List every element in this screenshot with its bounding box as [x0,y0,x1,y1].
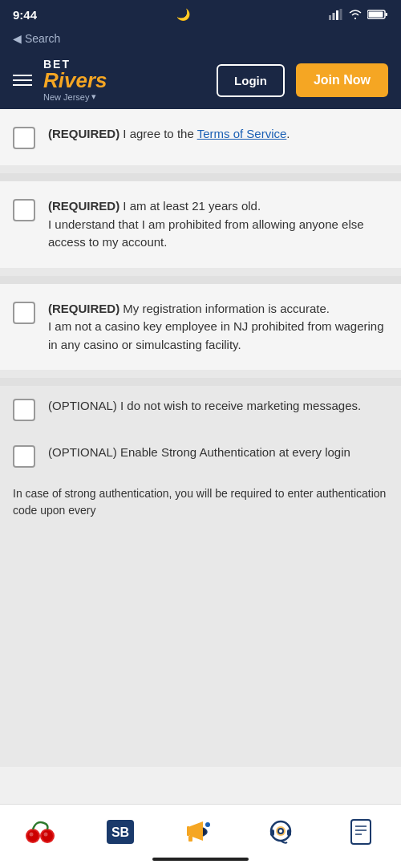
strongauth-checkbox[interactable] [13,445,35,468]
marketing-checkbox[interactable] [13,399,35,421]
svg-point-12 [44,832,48,836]
home-indicator [0,850,401,868]
support-icon [265,817,297,846]
registration-agreement-box: (REQUIRED) My registration information i… [0,284,401,371]
terms-period: . [286,127,290,140]
svg-rect-3 [340,9,342,20]
logo: BET Rivers New Jersey ▾ [43,59,205,102]
svg-rect-16 [187,826,190,836]
betslip-icon [345,817,377,846]
join-now-button[interactable]: Join Now [296,63,388,97]
battery-icon [367,9,388,20]
strongauth-optional-text: (OPTIONAL) Enable Strong Authentication … [48,444,350,462]
age-checkbox-wrapper[interactable] [13,199,35,221]
terms-required-label: (REQUIRED) I agree to the [48,127,197,140]
login-button[interactable]: Login [217,64,285,97]
age-agreement-box: (REQUIRED) I am at least 21 years old.I … [0,181,401,268]
promos-icon [184,817,217,846]
age-checkbox[interactable] [13,199,35,221]
terms-checkbox-wrapper[interactable] [13,127,35,149]
moon-icon: 🌙 [176,8,190,21]
svg-rect-25 [351,820,371,844]
separator-2 [0,276,401,284]
svg-point-24 [279,829,282,833]
strongauth-checkbox-wrapper[interactable] [13,445,35,468]
main-content: (REQUIRED) I agree to the Terms of Servi… [0,109,401,767]
strongauth-optional-item: (OPTIONAL) Enable Strong Authentication … [0,432,401,479]
svg-point-11 [30,832,34,836]
status-icons [329,9,388,20]
marketing-checkbox-wrapper[interactable] [13,399,35,421]
age-required-label: (REQUIRED) [48,199,119,213]
svg-rect-20 [270,829,274,836]
hamburger-menu[interactable] [13,75,32,86]
status-bar: 9:44 🌙 [0,0,401,29]
back-search-label[interactable]: ◀ Search [13,32,60,45]
separator-1 [0,173,401,181]
age-agreement-text: (REQUIRED) I am at least 21 years old.I … [48,197,388,252]
signal-icon [329,9,343,20]
registration-required-label: (REQUIRED) [48,302,119,315]
status-time: 9:44 [13,8,37,22]
casino-icon [24,817,56,846]
separator-3 [0,378,401,386]
registration-checkbox-wrapper[interactable] [13,302,35,324]
svg-rect-2 [336,10,338,20]
search-bar[interactable]: ◀ Search [0,29,401,51]
svg-rect-21 [287,829,291,836]
home-bar [152,858,249,861]
terms-of-service-link[interactable]: Terms of Service [197,127,287,140]
svg-rect-5 [386,13,388,16]
svg-rect-1 [333,13,335,20]
svg-text:SB: SB [111,825,129,839]
svg-point-18 [205,822,210,827]
marketing-optional-text: (OPTIONAL) I do not wish to receive mark… [48,397,361,416]
svg-rect-17 [188,836,192,842]
chevron-down-icon: ▾ [91,91,96,102]
logo-rivers-text: Rivers [43,70,107,91]
registration-checkbox[interactable] [13,302,35,324]
svg-rect-0 [329,15,331,20]
terms-agreement-text: (REQUIRED) I agree to the Terms of Servi… [48,125,290,144]
terms-checkbox[interactable] [13,127,35,149]
registration-agreement-text: (REQUIRED) My registration information i… [48,300,388,355]
svg-point-9 [27,830,38,842]
svg-rect-6 [369,12,383,18]
sports-icon: SB [104,817,136,846]
svg-point-10 [42,830,53,842]
footer-info-text: In case of strong authentication, you wi… [0,479,401,522]
terms-agreement-box: (REQUIRED) I agree to the Terms of Servi… [0,109,401,165]
marketing-optional-item: (OPTIONAL) I do not wish to receive mark… [0,386,401,432]
wifi-icon [348,9,363,20]
logo-region[interactable]: New Jersey ▾ [43,91,96,102]
header: BET Rivers New Jersey ▾ Login Join Now [0,51,401,109]
